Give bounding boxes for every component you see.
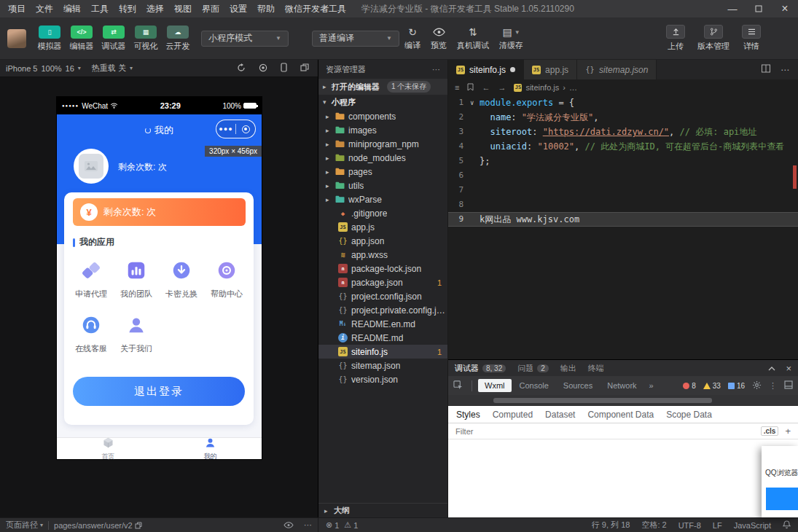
tree-item-readme-en-md[interactable]: M↓README.en.md	[318, 317, 447, 331]
multi-window-icon[interactable]	[300, 63, 309, 74]
version-control-button[interactable]: 版本管理	[695, 25, 732, 52]
code-line[interactable]: 9k网出品 www.kjsv.com	[448, 212, 798, 227]
devtools-tab-console[interactable]: Console	[513, 379, 555, 392]
mode-select[interactable]: 小程序模式 ▼	[201, 31, 289, 47]
menu-item-选择[interactable]: 选择	[141, 0, 169, 17]
overview-ruler[interactable]	[791, 95, 798, 359]
upload-button[interactable]: 上传	[657, 25, 695, 52]
logout-button[interactable]: 退出登录	[73, 377, 245, 406]
menu-item-转到[interactable]: 转到	[114, 0, 141, 17]
preview-button[interactable]: 预览	[431, 26, 447, 51]
close-button[interactable]: ×	[772, 0, 798, 17]
editor-tab-app-js[interactable]: JSapp.js	[524, 60, 577, 79]
styles-tab-dataset[interactable]: Dataset	[545, 410, 575, 420]
tree-item-images[interactable]: ▸images	[318, 123, 447, 137]
app-item-关于我们[interactable]: 关于我们	[114, 314, 159, 354]
record-icon[interactable]	[259, 63, 267, 74]
cursor-position[interactable]: 行 9, 列 18	[592, 520, 630, 531]
cls-toggle[interactable]: .cls	[761, 426, 779, 436]
compile-mode-select[interactable]: 普通编译 ▼	[312, 31, 399, 47]
code-editor[interactable]: 1∨module.exports = {2 name: "学法减分专业版",3 …	[448, 95, 798, 359]
outline-section[interactable]: ▸ 大纲	[318, 503, 447, 517]
debugger-tab-输出[interactable]: 输出	[560, 363, 576, 374]
problems-indicator[interactable]: ⊗1 ⚠1	[318, 520, 365, 530]
more-actions-icon[interactable]: ⋯	[304, 520, 312, 530]
hot-reload-toggle[interactable]: 热重载 关	[92, 63, 126, 74]
close-miniprogram-button[interactable]	[236, 125, 255, 133]
device-debug-button[interactable]: ⇅ 真机调试	[457, 26, 489, 51]
debugger-tab-问题[interactable]: 问题2	[517, 363, 549, 374]
menu-item-界面[interactable]: 界面	[197, 0, 224, 17]
encoding-setting[interactable]: UTF-8	[678, 521, 701, 530]
toolbar-tool-调试器[interactable]: ⇄调试器	[98, 26, 130, 52]
app-item-卡密兑换[interactable]: 卡密兑换	[159, 259, 204, 300]
tree-item-wxparse[interactable]: ▸wxParse	[318, 192, 447, 206]
language-mode[interactable]: JavaScript	[734, 521, 771, 530]
more-tabs-icon[interactable]: »	[646, 381, 657, 390]
console-info-count[interactable]: 16	[728, 382, 745, 390]
menu-item-微信开发者工具[interactable]: 微信开发者工具	[280, 0, 351, 17]
device-select[interactable]: iPhone 5	[6, 64, 37, 73]
styles-tab-computed[interactable]: Computed	[493, 410, 533, 420]
toolbar-tool-云开发[interactable]: ☁云开发	[162, 26, 194, 52]
page-path-select[interactable]: 页面路径▾	[6, 520, 43, 531]
bookmark-icon[interactable]	[467, 83, 474, 93]
console-warning-count[interactable]: 33	[703, 382, 721, 390]
new-style-rule-icon[interactable]: +	[785, 426, 791, 437]
code-line[interactable]: 3 siteroot: "https://dati.zdzyw.cn/", //…	[448, 125, 798, 139]
tabbar-item-首页[interactable]: 首页	[57, 438, 160, 459]
tree-item-sitemap-json[interactable]: {}sitemap.json	[318, 359, 447, 372]
page-path-value[interactable]: pages/answer/user/v2	[54, 521, 142, 530]
editor-tab-siteinfo-js[interactable]: JSsiteinfo.js	[448, 60, 524, 79]
menu-item-文件[interactable]: 文件	[31, 0, 58, 17]
toolbar-tool-模拟器[interactable]: ▯模拟器	[34, 26, 66, 52]
tree-item-utils[interactable]: ▸utils	[318, 179, 447, 192]
toolbar-tool-编辑器[interactable]: </>编辑器	[66, 26, 98, 52]
fontsize-select[interactable]: 16	[66, 64, 74, 73]
nav-forward-icon[interactable]: →	[498, 83, 506, 92]
qq-browser-popup[interactable]: QQ浏览器	[762, 446, 798, 517]
tree-item-app-wxss[interactable]: ≋app.wxss	[318, 248, 447, 262]
indentation-setting[interactable]: 空格: 2	[641, 520, 666, 531]
tree-item-gitignore[interactable]: ◆.gitignore	[318, 206, 447, 220]
zoom-select[interactable]: 100%	[41, 64, 61, 73]
debugger-tab-调试器[interactable]: 调试器8, 32	[455, 363, 506, 374]
styles-tab-scope-data[interactable]: Scope Data	[666, 410, 712, 420]
maximize-button[interactable]	[746, 0, 772, 17]
collapse-panel-icon[interactable]	[768, 364, 775, 372]
code-line[interactable]: 4 uniacid: "10002", // 此处为商城ID, 可在超管后台-商…	[448, 139, 798, 154]
tree-item-version-json[interactable]: {}version.json	[318, 372, 447, 386]
code-line[interactable]: 5};	[448, 154, 798, 168]
horizontal-scrollbar[interactable]	[493, 398, 712, 403]
open-editors-section[interactable]: ▸ 打开的编辑器 1 个未保存	[318, 79, 447, 95]
eye-icon[interactable]	[283, 521, 294, 530]
qq-browser-button[interactable]	[766, 488, 798, 510]
code-line[interactable]: 7	[448, 183, 798, 197]
nav-back-icon[interactable]: ←	[482, 83, 490, 92]
tree-item-package-json[interactable]: npackage.json1	[318, 275, 447, 289]
menu-item-工具[interactable]: 工具	[86, 0, 114, 17]
split-editor-icon[interactable]	[762, 64, 770, 75]
menu-item-项目[interactable]: 项目	[3, 0, 31, 17]
menu-item-编辑[interactable]: 编辑	[58, 0, 86, 17]
user-avatar[interactable]	[7, 29, 26, 48]
styles-tab-styles[interactable]: Styles	[456, 410, 480, 420]
tree-item-app-js[interactable]: JSapp.js	[318, 220, 447, 234]
code-line[interactable]: 8	[448, 197, 798, 212]
copy-icon[interactable]	[135, 522, 142, 529]
eol-setting[interactable]: LF	[713, 521, 722, 530]
code-line[interactable]: 2 name: "学法减分专业版",	[448, 110, 798, 125]
dock-side-icon[interactable]	[784, 380, 793, 391]
styles-filter-input[interactable]	[455, 427, 761, 436]
tree-item-readme-md[interactable]: iREADME.md	[318, 331, 447, 345]
devtools-tab-sources[interactable]: Sources	[557, 379, 599, 392]
tree-item-package-lock-json[interactable]: npackage-lock.json	[318, 262, 447, 275]
compile-button[interactable]: ↻ 编译	[404, 26, 420, 51]
minimize-button[interactable]: —	[719, 0, 746, 17]
devtools-tab-wxml[interactable]: Wxml	[478, 379, 512, 392]
tree-item-node-modules[interactable]: ▸node_modules	[318, 151, 447, 165]
editor-tab-sitemap-json[interactable]: {}sitemap.json	[577, 60, 657, 79]
more-dots-button[interactable]: ●●●	[216, 125, 235, 133]
tree-item-project-private-config-js[interactable]: {}project.private.config.js...	[318, 303, 447, 317]
rotate-icon[interactable]	[237, 63, 246, 74]
